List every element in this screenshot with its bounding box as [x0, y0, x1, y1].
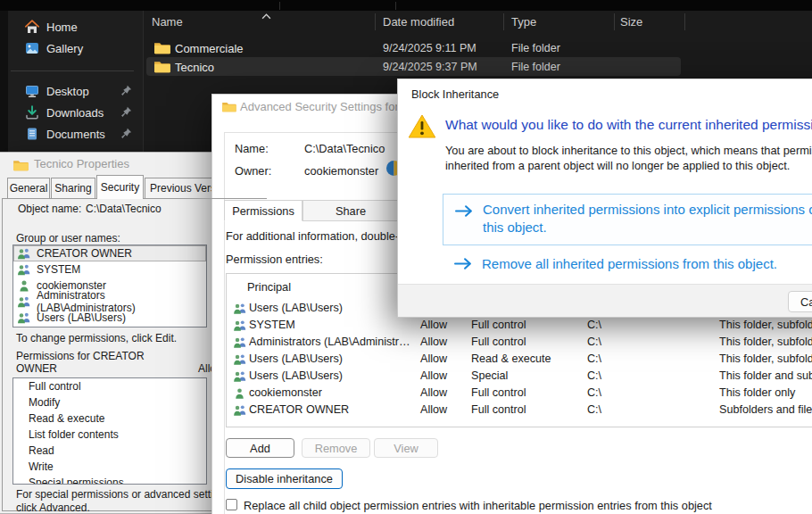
- cell-access: Full control: [471, 386, 526, 399]
- cancel-button[interactable]: Cancel: [788, 291, 812, 312]
- column-divider[interactable]: [375, 13, 376, 30]
- tab-label: Share: [336, 204, 366, 218]
- button-label: View: [394, 442, 418, 455]
- permission-read[interactable]: Read: [13, 443, 206, 459]
- sidebar-item-downloads[interactable]: Downloads: [16, 102, 136, 123]
- tab-label: Security: [101, 181, 139, 194]
- cell-access: Full control: [471, 403, 526, 416]
- command-link-label: Convert inherited permissions into expli…: [483, 201, 812, 236]
- permission-entries-label: Permission entries:: [226, 253, 323, 266]
- edit-hint-text: To change permissions, click Edit.: [16, 332, 177, 344]
- users-group-icon: [233, 303, 247, 314]
- permission-list-folder-contents[interactable]: List folder contents: [13, 427, 206, 443]
- cell-inherited-from: C:\: [587, 386, 601, 399]
- remove-permissions-command-link[interactable]: Remove all inherited permissions from th…: [443, 253, 812, 275]
- list-item-system[interactable]: SYSTEM: [13, 261, 206, 278]
- sidebar-separator: [11, 70, 134, 71]
- principal-name: SYSTEM: [37, 263, 80, 276]
- remove-button[interactable]: Remove: [302, 438, 370, 458]
- column-divider[interactable]: [503, 13, 504, 30]
- column-header-size[interactable]: Size: [620, 15, 642, 29]
- table-row[interactable]: SYSTEM Allow Full control C:\ This folde…: [228, 317, 812, 334]
- permission-modify[interactable]: Modify: [13, 394, 206, 410]
- cell-principal: Administrators (LAB\Administrators): [249, 336, 415, 348]
- replace-permissions-checkbox-label: Replace all child object permission entr…: [244, 499, 712, 512]
- convert-permissions-command-link[interactable]: Convert inherited permissions into expli…: [443, 194, 812, 245]
- table-row[interactable]: Users (LAB\Users) Allow Special C:\ This…: [228, 368, 812, 385]
- sidebar-item-label: Desktop: [46, 85, 89, 98]
- permission-label: Read: [29, 444, 54, 457]
- tab-sharing[interactable]: Sharing: [51, 178, 95, 198]
- button-label: Remove: [315, 442, 358, 455]
- cell-type: Allow: [420, 369, 447, 382]
- tab-label: Sharing: [54, 182, 91, 195]
- list-item-creator-owner[interactable]: CREATOR OWNER: [13, 245, 206, 261]
- sidebar-item-label: Documents: [46, 128, 105, 141]
- gallery-icon: [25, 41, 39, 55]
- column-divider[interactable]: [684, 13, 685, 30]
- cell-type: Allow: [420, 319, 447, 331]
- sidebar-item-documents[interactable]: Documents: [16, 123, 136, 145]
- permission-label: Read & execute: [29, 412, 104, 425]
- table-row[interactable]: cookiemonster Allow Full control C:\ Thi…: [228, 385, 812, 402]
- sidebar-item-label: Home: [46, 21, 78, 34]
- tab-permissions[interactable]: Permissions: [224, 200, 302, 221]
- dialog-footer: Cancel: [398, 284, 812, 317]
- main-instruction: What would you like to do with the curre…: [445, 117, 812, 133]
- group-or-user-names-label: Group or user names:: [16, 232, 120, 245]
- sidebar-item-desktop[interactable]: Desktop: [16, 80, 136, 102]
- screen: Home Gallery Desktop Downloads Documents…: [0, 0, 812, 514]
- tab-general[interactable]: General: [7, 178, 50, 198]
- view-button[interactable]: View: [374, 438, 438, 458]
- permission-special[interactable]: Special permissions: [13, 475, 206, 485]
- toolbar-divider: [395, 2, 396, 10]
- cell-access: Full control: [471, 336, 526, 348]
- table-row[interactable]: Administrators (LAB\Administrators) Allo…: [228, 334, 812, 351]
- sidebar-item-home[interactable]: Home: [16, 16, 136, 37]
- cell-principal: cookiemonster: [249, 386, 322, 399]
- column-header-date[interactable]: Date modified: [383, 15, 454, 29]
- object-name-value: C:\Data\Tecnico: [86, 203, 162, 215]
- tab-share[interactable]: Share: [302, 200, 399, 221]
- permission-write[interactable]: Write: [13, 459, 206, 475]
- user-icon: [234, 387, 245, 399]
- pin-icon: [120, 106, 132, 118]
- arrow-right-icon: [455, 204, 474, 218]
- tab-security[interactable]: Security: [96, 175, 144, 199]
- file-type: File folder: [511, 42, 560, 54]
- permission-full-control[interactable]: Full control: [13, 378, 206, 394]
- users-group-icon: [17, 295, 31, 308]
- table-row[interactable]: CREATOR OWNER Allow Full control C:\ Sub…: [228, 402, 812, 419]
- permissions-for-label-line2: OWNER: [16, 362, 57, 375]
- file-date: 9/24/2025 9:11 PM: [383, 42, 476, 54]
- add-button[interactable]: Add: [226, 438, 294, 458]
- column-divider[interactable]: [614, 13, 615, 30]
- list-item-administrators[interactable]: Administrators (LAB\Administrators): [13, 294, 206, 310]
- column-header-name[interactable]: Name: [152, 15, 183, 29]
- folder-icon: [221, 101, 236, 112]
- file-type: File folder: [511, 61, 560, 73]
- users-group-icon: [233, 404, 247, 416]
- table-row[interactable]: Users (LAB\Users) Allow Read & execute C…: [228, 351, 812, 368]
- permissions-list: Full control Modify Read & execute List …: [12, 377, 207, 485]
- cell-principal: CREATOR OWNER: [249, 403, 349, 416]
- disable-inheritance-button[interactable]: Disable inheritance: [226, 468, 343, 489]
- button-label: Add: [250, 442, 270, 455]
- pin-icon: [120, 85, 132, 96]
- sidebar-item-gallery[interactable]: Gallery: [16, 37, 136, 59]
- permission-label: Full control: [29, 380, 81, 393]
- block-inheritance-dialog: Block Inheritance What would you like to…: [397, 79, 812, 318]
- cell-type: Allow: [420, 403, 447, 416]
- users-group-icon: [17, 311, 31, 324]
- permission-read-execute[interactable]: Read & execute: [13, 410, 206, 427]
- column-header-type[interactable]: Type: [511, 15, 536, 29]
- permission-label: Write: [29, 460, 54, 473]
- cell-principal: Users (LAB\Users): [249, 302, 343, 314]
- documents-icon: [25, 127, 39, 141]
- cell-inherited-from: C:\: [587, 369, 601, 382]
- owner-value: cookiemonster: [304, 164, 378, 178]
- cell-inherited-from: C:\: [587, 352, 601, 365]
- table-header-principal[interactable]: Principal: [247, 280, 291, 294]
- replace-permissions-checkbox[interactable]: [226, 499, 237, 510]
- user-icon: [17, 279, 31, 292]
